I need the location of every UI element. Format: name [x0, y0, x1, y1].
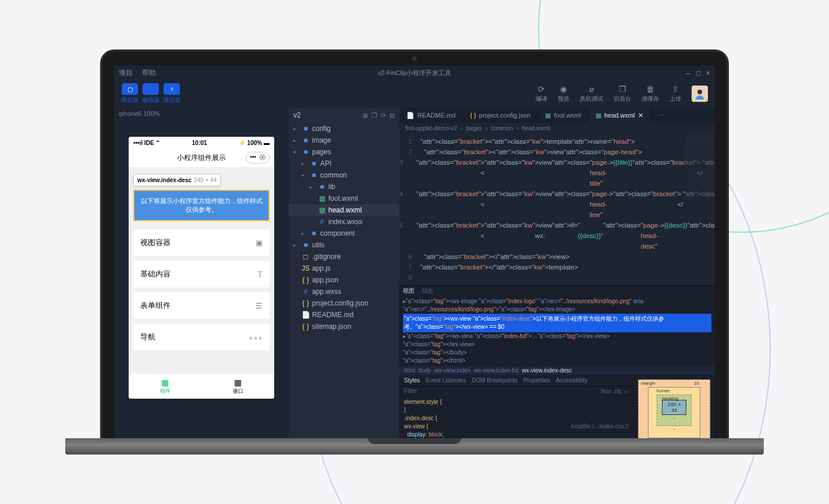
list-item[interactable]: 导航∘∘∘: [133, 324, 270, 350]
tree-item[interactable]: ▦ foot.wxml: [289, 193, 399, 204]
refresh-icon[interactable]: ⟳: [381, 112, 386, 119]
list-item[interactable]: 视图容器▣: [133, 229, 270, 256]
css-rule[interactable]: element.style {}: [404, 398, 629, 414]
compile-action[interactable]: ⟳编译: [536, 84, 547, 103]
minimize-icon[interactable]: —: [685, 70, 691, 76]
tree-item[interactable]: JS app.js: [289, 262, 399, 274]
code-line[interactable]: 4 "attr">class="bracket"><"attr">class="…: [399, 189, 715, 220]
highlighted-element[interactable]: 以下将展示小程序官方组件能力，组件样式仅供参考。: [133, 190, 270, 221]
upload-action[interactable]: ⇪上传: [669, 84, 681, 103]
css-rule[interactable]: wx-view {localfile:/…index.css:2 display…: [404, 423, 629, 438]
inspect-tooltip: wx-view.index-desc240 × 44: [133, 174, 221, 186]
editor-tab[interactable]: { }project.config.json: [463, 108, 538, 123]
breadcrumb[interactable]: common: [491, 125, 513, 132]
tree-item[interactable]: ▾ ■ pages: [289, 146, 399, 158]
dom-node[interactable]: "a">class="tag"><wx-view "a">class="inde…: [403, 314, 711, 332]
code-line[interactable]: 7 "attr">class="bracket"></"attr">class=…: [399, 262, 715, 272]
dom-breadcrumb[interactable]: body: [419, 367, 431, 374]
tree-item[interactable]: # index.wxss: [289, 216, 399, 228]
code-line[interactable]: 3 "attr">class="bracket"><"attr">class="…: [399, 157, 715, 189]
tree-item[interactable]: ▸ ■ image: [289, 134, 399, 146]
dom-breadcrumb[interactable]: wx-view.index-desc: [522, 367, 572, 374]
preview-action[interactable]: ◉预览: [558, 84, 569, 103]
tree-item[interactable]: ▸ ■ lib: [289, 181, 399, 193]
tree-item[interactable]: ▾ ■ common: [289, 169, 399, 181]
debugger-tab[interactable]: ⫯调试器: [163, 83, 180, 104]
minimap[interactable]: [686, 134, 715, 204]
phone-status-bar: •••ıl IDE ⌃ 10:01 ⚡ 100% ▬: [129, 137, 274, 148]
background-action[interactable]: ❐切后台: [614, 84, 631, 103]
tab-close-icon[interactable]: ✕: [638, 112, 643, 119]
code-line[interactable]: 1 "attr">class="bracket"><"attr">class="…: [399, 136, 715, 147]
dom-node[interactable]: "a">class="tag"></html>: [403, 357, 711, 365]
editor-panel: 📄README.md { }project.config.json ▦foot.…: [399, 108, 715, 438]
menu-project[interactable]: 项目: [119, 68, 133, 78]
signal-icon: •••ıl IDE ⌃: [133, 140, 160, 146]
phone-navbar: 小程序组件展示 •••ⓧ: [129, 148, 274, 167]
avatar[interactable]: [692, 86, 708, 102]
dom-node[interactable]: "a">class="tag"></wx-view>: [403, 340, 711, 349]
tree-item[interactable]: ▸ ■ config: [289, 123, 399, 134]
file-explorer: v2 ⊞ ❐ ⟳ ⊟ ▸ ■ config ▸ ■ image ▾ ■ page…: [289, 108, 399, 438]
code-line[interactable]: 8: [399, 272, 715, 283]
hov-toggle[interactable]: :hov: [600, 388, 611, 395]
dom-breadcrumb[interactable]: wx-view.index: [435, 367, 471, 374]
tree-item[interactable]: # app.wxss: [289, 286, 399, 297]
styles-tab[interactable]: Properties: [523, 377, 550, 384]
devtools-tab-log[interactable]: 日志: [421, 287, 433, 295]
tree-item[interactable]: { } sitemap.json: [289, 321, 399, 332]
menu-help[interactable]: 帮助: [142, 68, 156, 78]
simulator-tab[interactable]: ▢模拟器: [121, 83, 139, 104]
breadcrumb[interactable]: head.wxml: [522, 125, 550, 132]
tree-item[interactable]: ◻ .gitignore: [289, 251, 399, 262]
code-line[interactable]: 6 "attr">class="bracket"></"attr">class=…: [399, 251, 715, 262]
tabbar-item[interactable]: ▦组件: [129, 374, 201, 399]
dom-node[interactable]: ▸"a">class="tag"><wx-image "a">class="in…: [403, 297, 711, 314]
tree-item[interactable]: { } project.config.json: [289, 297, 399, 309]
dom-node[interactable]: ▸"a">class="tag"><wx-view "a">class="ind…: [403, 332, 711, 340]
tree-item[interactable]: ▸ ■ component: [289, 228, 399, 239]
explorer-root[interactable]: v2: [293, 111, 301, 119]
dom-breadcrumb[interactable]: html: [404, 367, 415, 374]
code-line[interactable]: 2 "attr">class="bracket"><"attr">class="…: [399, 147, 715, 157]
cls-toggle[interactable]: .cls: [612, 388, 621, 395]
new-folder-icon[interactable]: ❐: [371, 112, 377, 119]
tree-item[interactable]: ▸ ■ utils: [289, 239, 399, 251]
capsule-button[interactable]: •••ⓧ: [246, 152, 270, 164]
remote-debug-action[interactable]: ⌀真机调试: [580, 84, 603, 103]
editor-tab[interactable]: 📄README.md: [399, 108, 463, 123]
collapse-icon[interactable]: ⊟: [389, 112, 395, 119]
breadcrumb[interactable]: fino-applet-demo-v2: [405, 125, 457, 132]
tree-item[interactable]: ▦ head.wxml: [289, 204, 399, 216]
tabs-overflow-icon[interactable]: ⋯: [651, 108, 672, 123]
simulator-device-label[interactable]: iphone6 100%: [114, 108, 289, 119]
menubar: 项目 帮助 v2-FinClip小程序开发工具 — ▢ ✕: [114, 66, 715, 80]
list-item[interactable]: 表单组件☰: [133, 292, 270, 319]
styles-tab[interactable]: Styles: [404, 377, 420, 384]
clear-cache-action[interactable]: 🗑清缓存: [642, 84, 659, 103]
dom-breadcrumb[interactable]: wx-view.index-hd: [474, 367, 518, 374]
new-file-icon[interactable]: ⊞: [363, 112, 368, 119]
styles-tab[interactable]: Event Listeners: [426, 377, 466, 384]
styles-tab[interactable]: Accessibility: [556, 377, 587, 384]
add-style-icon[interactable]: ＋: [623, 388, 629, 395]
close-icon[interactable]: ✕: [706, 70, 710, 76]
maximize-icon[interactable]: ▢: [696, 70, 701, 76]
breadcrumb[interactable]: pages: [466, 125, 481, 132]
editor-tab[interactable]: ▦foot.wxml: [538, 108, 588, 123]
editor-tab[interactable]: 编辑器: [142, 83, 160, 104]
code-line[interactable]: 5 "attr">class="bracket"><"attr">class="…: [399, 220, 715, 251]
styles-filter[interactable]: Filter: [404, 388, 417, 396]
battery-icon: ⚡ 100% ▬: [239, 140, 270, 146]
tree-item[interactable]: ▸ ■ API: [289, 158, 399, 169]
phone-frame: •••ıl IDE ⌃ 10:01 ⚡ 100% ▬ 小程序组件展示 •••ⓧ: [129, 137, 274, 399]
devtools-tab-view[interactable]: 视图: [403, 287, 414, 295]
styles-tab[interactable]: DOM Breakpoints: [472, 377, 518, 384]
css-rule[interactable]: .index-desc {</span></div><div>&nbsp;&nb…: [404, 414, 629, 423]
list-item[interactable]: 基础内容𝕋: [133, 261, 270, 288]
tree-item[interactable]: 📄 README.md: [289, 309, 399, 321]
editor-tab[interactable]: ▦head.wxml✕: [589, 108, 651, 123]
dom-node[interactable]: "a">class="tag"></body>: [403, 349, 711, 357]
tree-item[interactable]: { } app.json: [289, 274, 399, 286]
tabbar-item[interactable]: ▦接口: [201, 374, 274, 399]
